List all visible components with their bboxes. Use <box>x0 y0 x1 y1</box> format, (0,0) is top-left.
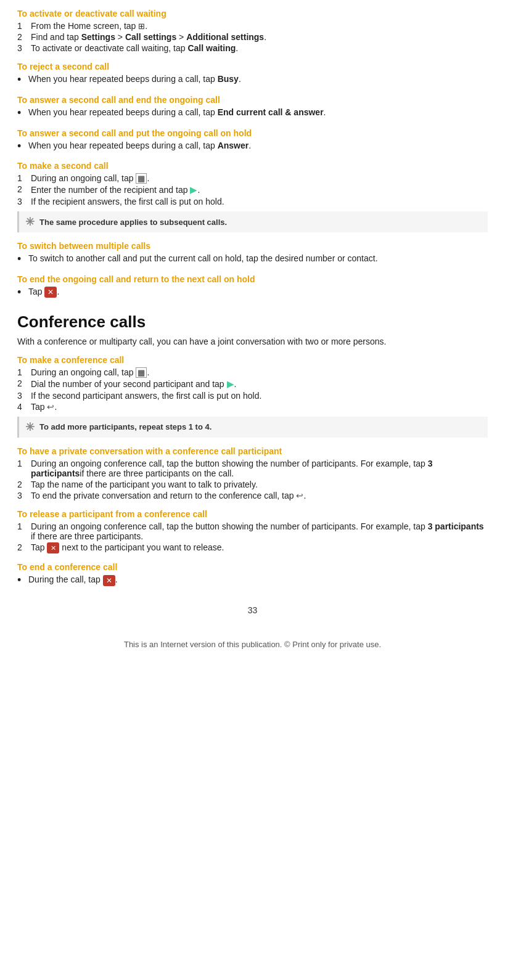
heading-answer-hold-call: To answer a second call and put the ongo… <box>17 128 488 138</box>
tip-icon-1: ✳ <box>25 215 35 229</box>
step-rel-num-1: 1 <box>17 521 31 541</box>
bullet-switch-1: • To switch to another call and put the … <box>17 253 488 266</box>
step-make-num-2: 2 <box>17 184 31 195</box>
bullets-end-return-call: • Tap ✕. <box>17 287 488 299</box>
step-1: 1 From the Home screen, tap ⊞. <box>17 21 488 31</box>
step-conf-1: 1 During an ongoing call, tap ▦. <box>17 367 488 377</box>
steps-make-second-call: 1 During an ongoing call, tap ▦. 2 Enter… <box>17 173 488 206</box>
heading-reject-second-call: To reject a second call <box>17 62 488 71</box>
section-answer-end-call: To answer a second call and end the ongo… <box>17 95 488 120</box>
section-activate-call-waiting: To activate or deactivate call waiting 1… <box>17 9 488 53</box>
heading-switch-calls: To switch between multiple calls <box>17 241 488 251</box>
step-2: 2 Find and tap Settings > Call settings … <box>17 32 488 42</box>
heading-activate-call-waiting: To activate or deactivate call waiting <box>17 9 488 18</box>
bullets-switch-calls: • To switch to another call and put the … <box>17 253 488 266</box>
step-num-3: 3 <box>17 43 31 53</box>
bullet-dot-4: • <box>17 253 28 266</box>
step-2-text: Find and tap Settings > Call settings > … <box>31 32 266 42</box>
step-conf-2-text: Dial the number of your second participa… <box>31 378 236 390</box>
bullet-dot-1: • <box>17 74 28 86</box>
steps-release-participant: 1 During an ongoing conference call, tap… <box>17 521 488 553</box>
step-priv-3-text: To end the private conversation and retu… <box>31 491 306 500</box>
step-priv-1: 1 During an ongoing conference call, tap… <box>17 459 488 478</box>
step-conf-2: 2 Dial the number of your second partici… <box>17 378 488 390</box>
section-private-conversation: To have a private conversation with a co… <box>17 446 488 500</box>
steps-private-conversation: 1 During an ongoing conference call, tap… <box>17 459 488 500</box>
step-conf-num-2: 2 <box>17 378 31 390</box>
step-1-text: From the Home screen, tap ⊞. <box>31 21 147 31</box>
step-rel-num-2: 2 <box>17 542 31 553</box>
step-make-3-text: If the recipient answers, the first call… <box>31 197 224 206</box>
section-switch-calls: To switch between multiple calls • To sw… <box>17 241 488 266</box>
step-3: 3 To activate or deactivate call waiting… <box>17 43 488 53</box>
tip-conference-call: ✳ To add more participants, repeat steps… <box>17 417 488 438</box>
heading-release-participant: To release a participant from a conferen… <box>17 509 488 519</box>
tip-text-1: The same procedure applies to subsequent… <box>39 218 227 227</box>
bullet-answer-end-1-text: When you hear repeated beeps during a ca… <box>28 107 326 117</box>
step-rel-2-text: Tap ✕ next to the participant you want t… <box>31 542 224 553</box>
step-priv-2: 2 Tap the name of the participant you wa… <box>17 480 488 489</box>
bullet-end-conf-1-text: During the call, tap ✕. <box>28 574 118 586</box>
bullet-answer-end-1: • When you hear repeated beeps during a … <box>17 107 488 120</box>
step-make-num-3: 3 <box>17 197 31 206</box>
heading-make-conference-call: To make a conference call <box>17 355 488 365</box>
step-conf-num-3: 3 <box>17 391 31 401</box>
step-rel-1: 1 During an ongoing conference call, tap… <box>17 521 488 541</box>
section-reject-second-call: To reject a second call • When you hear … <box>17 62 488 86</box>
bullet-switch-1-text: To switch to another call and put the cu… <box>28 253 378 263</box>
steps-make-conference-call: 1 During an ongoing call, tap ▦. 2 Dial … <box>17 367 488 412</box>
page-footer-text: This is an Internet version of this publ… <box>17 640 488 649</box>
bullet-end-conf-1: • During the call, tap ✕. <box>17 574 488 587</box>
bullets-reject-second-call: • When you hear repeated beeps during a … <box>17 74 488 86</box>
bullets-answer-end-call: • When you hear repeated beeps during a … <box>17 107 488 120</box>
step-make-1: 1 During an ongoing call, tap ▦. <box>17 173 488 183</box>
step-conf-num-1: 1 <box>17 367 31 377</box>
step-num-1: 1 <box>17 21 31 31</box>
bullet-answer-hold-1: • When you hear repeated beeps during a … <box>17 141 488 153</box>
step-conf-1-text: During an ongoing call, tap ▦. <box>31 367 149 377</box>
bullet-reject-1: • When you hear repeated beeps during a … <box>17 74 488 86</box>
step-rel-1-text: During an ongoing conference call, tap t… <box>31 521 488 541</box>
tip-text-2: To add more participants, repeat steps 1… <box>39 422 211 431</box>
bullet-dot-2: • <box>17 107 28 120</box>
section-answer-hold-call: To answer a second call and put the ongo… <box>17 128 488 153</box>
step-conf-3: 3 If the second participant answers, the… <box>17 391 488 401</box>
step-3-text: To activate or deactivate call waiting, … <box>31 43 238 53</box>
step-make-3: 3 If the recipient answers, the first ca… <box>17 197 488 206</box>
bullet-dot-6: • <box>17 574 28 587</box>
page-number: 33 <box>17 605 488 615</box>
step-make-2: 2 Enter the number of the recipient and … <box>17 184 488 195</box>
tip-make-second-call: ✳ The same procedure applies to subseque… <box>17 211 488 232</box>
bullet-dot-3: • <box>17 141 28 153</box>
conference-calls-title: Conference calls <box>17 312 488 332</box>
section-make-conference-call: To make a conference call 1 During an on… <box>17 355 488 438</box>
heading-end-return-call: To end the ongoing call and return to th… <box>17 274 488 284</box>
step-make-2-text: Enter the number of the recipient and ta… <box>31 184 200 195</box>
heading-answer-end-call: To answer a second call and end the ongo… <box>17 95 488 105</box>
bullet-end-1-text: Tap ✕. <box>28 287 59 298</box>
step-num-2: 2 <box>17 32 31 42</box>
bullets-end-conference-call: • During the call, tap ✕. <box>17 574 488 587</box>
step-priv-num-3: 3 <box>17 491 31 500</box>
bullet-reject-1-text: When you hear repeated beeps during a ca… <box>28 74 241 84</box>
step-conf-4-text: Tap ↩. <box>31 402 57 412</box>
bullet-end-1: • Tap ✕. <box>17 287 488 299</box>
step-priv-1-text: During an ongoing conference call, tap t… <box>31 459 488 478</box>
heading-make-second-call: To make a second call <box>17 161 488 171</box>
steps-activate-call-waiting: 1 From the Home screen, tap ⊞. 2 Find an… <box>17 21 488 53</box>
bullets-answer-hold-call: • When you hear repeated beeps during a … <box>17 141 488 153</box>
conference-calls-intro: With a conference or multiparty call, yo… <box>17 337 488 346</box>
heading-end-conference-call: To end a conference call <box>17 562 488 572</box>
step-conf-num-4: 4 <box>17 402 31 412</box>
step-conf-3-text: If the second participant answers, the f… <box>31 391 261 401</box>
heading-private-conversation: To have a private conversation with a co… <box>17 446 488 456</box>
step-priv-3: 3 To end the private conversation and re… <box>17 491 488 500</box>
step-priv-num-1: 1 <box>17 459 31 478</box>
section-conference-calls: Conference calls With a conference or mu… <box>17 312 488 587</box>
section-end-return-call: To end the ongoing call and return to th… <box>17 274 488 299</box>
step-priv-2-text: Tap the name of the participant you want… <box>31 480 258 489</box>
section-make-second-call: To make a second call 1 During an ongoin… <box>17 161 488 232</box>
step-make-num-1: 1 <box>17 173 31 183</box>
step-rel-2: 2 Tap ✕ next to the participant you want… <box>17 542 488 553</box>
step-make-1-text: During an ongoing call, tap ▦. <box>31 173 149 183</box>
